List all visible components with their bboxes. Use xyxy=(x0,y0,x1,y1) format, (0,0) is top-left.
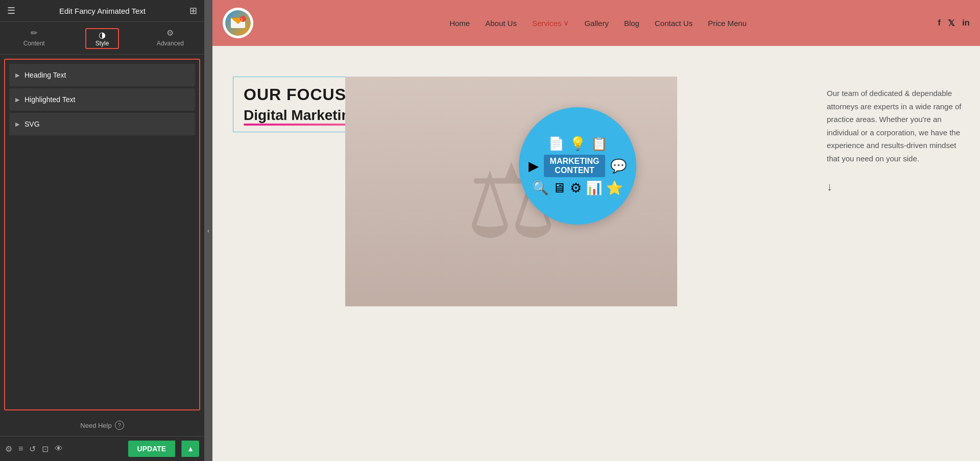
nav-price[interactable]: Price Menu xyxy=(708,19,747,28)
down-arrow-icon: ↓ xyxy=(827,180,965,193)
need-help-section: Need Help ? xyxy=(0,415,204,436)
marketing-circle: 📄 💡 📋 ▶ MARKETING CONTENT 💬 xyxy=(519,107,636,225)
nav-about[interactable]: About Us xyxy=(485,19,517,28)
panel-tabs: ✏ Content ◑ Style ⚙ Advanced xyxy=(0,22,204,55)
chat-icon: 💬 xyxy=(610,158,627,174)
chart-icon: 📊 xyxy=(586,180,602,196)
panel-title: Edit Fancy Animated Text xyxy=(59,7,146,15)
center-image-area: ⚖ 📄 💡 📋 ▶ MARKETING xyxy=(345,77,677,306)
logo-icon: ! xyxy=(229,14,247,32)
accordion-highlighted-text[interactable]: ▶ Highlighted Text xyxy=(9,88,195,111)
content-icon: ✏ xyxy=(31,28,37,38)
tab-advanced-label: Advanced xyxy=(157,40,184,47)
linkedin-icon[interactable]: in xyxy=(962,18,970,28)
history-icon[interactable]: ↺ xyxy=(29,444,36,454)
mkt-icons-mid: ▶ MARKETING CONTENT 💬 xyxy=(529,155,627,177)
social-icons: f 𝕏 in xyxy=(938,18,970,29)
nav-contact[interactable]: Contact Us xyxy=(655,19,692,28)
layers-icon[interactable]: ≡ xyxy=(18,444,23,453)
gear-icon: ⚙ xyxy=(570,180,582,196)
accordion-container: ▶ Heading Text ▶ Highlighted Text ▶ SVG xyxy=(4,59,200,410)
mkt-icons-bottom: 🔍 🖥 ⚙ 📊 ⭐ xyxy=(532,180,623,196)
preview-area: ! Home About Us Services ∨ Gallery Blog … xyxy=(212,0,980,461)
tab-content-label: Content xyxy=(23,40,45,47)
update-button[interactable]: UPDATE xyxy=(128,441,176,457)
monitor-icon: 🖥 xyxy=(553,180,566,196)
highlighted-text: Digital Marketing xyxy=(244,107,359,124)
content-right: Our team of dedicated & dependable attor… xyxy=(817,46,980,461)
collapse-handle[interactable]: ‹ xyxy=(204,0,212,461)
svg-text:!: ! xyxy=(241,17,243,22)
accordion-highlighted-label: Highlighted Text xyxy=(25,95,75,104)
twitter-icon[interactable]: 𝕏 xyxy=(948,18,955,29)
arrow-svg: ▶ xyxy=(15,121,19,128)
nav-home[interactable]: Home xyxy=(449,19,470,28)
star-icon: ⭐ xyxy=(606,180,623,196)
facebook-icon[interactable]: f xyxy=(938,18,941,28)
nav-services[interactable]: Services ∨ xyxy=(532,18,569,28)
accordion-svg-label: SVG xyxy=(25,120,40,128)
main-content: OUR FOCUS AREAS Digital Marketing ⚖ 📄 � xyxy=(212,46,980,461)
search-icon: 🔍 xyxy=(532,180,548,196)
description-text: Our team of dedicated & dependable attor… xyxy=(827,87,965,165)
bulb-icon: 💡 xyxy=(569,136,586,152)
doc-icon: 📄 xyxy=(548,136,564,152)
update-arrow-button[interactable]: ▲ xyxy=(181,441,199,457)
bottom-bar: ⚙ ≡ ↺ ⊡ 👁 UPDATE ▲ xyxy=(0,436,204,461)
tab-content[interactable]: ✏ Content xyxy=(0,22,68,54)
help-circle-icon[interactable]: ? xyxy=(115,421,124,430)
tab-advanced[interactable]: ⚙ Advanced xyxy=(136,22,204,54)
accordion-svg[interactable]: ▶ SVG xyxy=(9,113,195,135)
advanced-icon: ⚙ xyxy=(166,28,174,38)
nav-blog[interactable]: Blog xyxy=(624,19,639,28)
content-left: OUR FOCUS AREAS Digital Marketing ⚖ 📄 � xyxy=(212,46,817,461)
grid-icon[interactable]: ⊞ xyxy=(189,5,197,16)
settings-icon[interactable]: ⚙ xyxy=(5,444,12,454)
site-logo: ! xyxy=(223,8,253,38)
site-nav: ! Home About Us Services ∨ Gallery Blog … xyxy=(212,0,980,46)
tab-style[interactable]: ◑ Style xyxy=(68,22,136,54)
accordion-heading-label: Heading Text xyxy=(25,71,66,79)
hamburger-icon[interactable]: ☰ xyxy=(7,5,15,16)
video-icon: ▶ xyxy=(529,158,539,174)
nav-services-label: Services xyxy=(532,19,562,28)
logo-inner: ! xyxy=(225,10,251,36)
services-dropdown-icon: ∨ xyxy=(563,18,569,28)
accordion-heading-text[interactable]: ▶ Heading Text xyxy=(9,64,195,86)
need-help-text: Need Help xyxy=(80,422,111,429)
mkt-label: MARKETING CONTENT xyxy=(544,155,606,177)
responsive-icon[interactable]: ⊡ xyxy=(42,444,49,454)
marketing-content: 📄 💡 📋 ▶ MARKETING CONTENT 💬 xyxy=(523,131,632,201)
collapse-arrow-icon: ‹ xyxy=(207,227,209,234)
preview-icon[interactable]: 👁 xyxy=(55,444,63,453)
nav-links: Home About Us Services ∨ Gallery Blog Co… xyxy=(269,18,927,28)
highlight-underline xyxy=(244,124,359,126)
doc2-icon: 📋 xyxy=(591,136,607,152)
left-panel: ☰ Edit Fancy Animated Text ⊞ ✏ Content ◑… xyxy=(0,0,204,461)
arrow-highlighted: ▶ xyxy=(15,96,19,103)
mkt-icons-top: 📄 💡 📋 xyxy=(548,136,607,152)
nav-gallery[interactable]: Gallery xyxy=(584,19,609,28)
arrow-heading: ▶ xyxy=(15,72,19,79)
panel-header: ☰ Edit Fancy Animated Text ⊞ xyxy=(0,0,204,22)
tab-style-label: Style xyxy=(95,40,109,47)
style-icon: ◑ xyxy=(99,30,106,40)
